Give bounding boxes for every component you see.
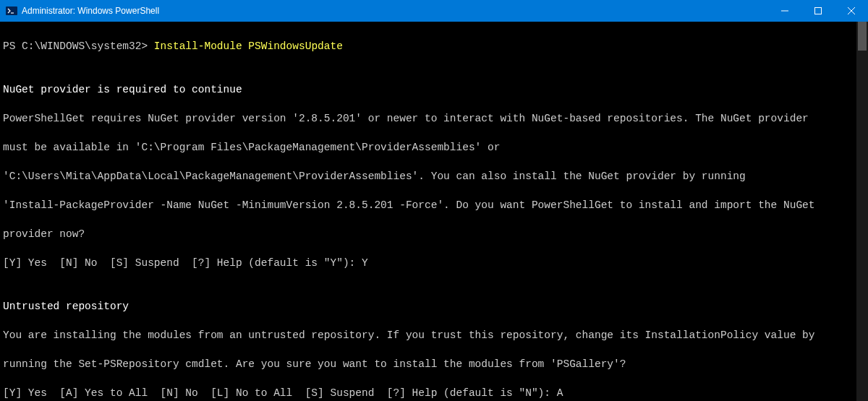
- output-line: PowerShellGet requires NuGet provider ve…: [3, 111, 865, 126]
- nuget-header: NuGet provider is required to continue: [3, 82, 865, 97]
- scrollbar-thumb[interactable]: [858, 22, 867, 51]
- powershell-icon: [6, 5, 17, 17]
- maximize-icon: [814, 7, 822, 14]
- close-button[interactable]: [835, 0, 868, 22]
- output-line: 'Install-PackageProvider -Name NuGet -Mi…: [3, 198, 865, 212]
- output-line: You are installing the modules from an u…: [3, 328, 865, 342]
- output-line: must be available in 'C:\Program Files\P…: [3, 140, 865, 155]
- window-title: Administrator: Windows PowerShell: [22, 6, 159, 16]
- minimize-button[interactable]: [768, 0, 801, 22]
- command: Install-Module PSWindowsUpdate: [154, 40, 343, 52]
- output-line: running the Set-PSRepository cmdlet. Are…: [3, 357, 865, 371]
- svg-rect-0: [6, 7, 17, 15]
- terminal-content[interactable]: PS C:\WINDOWS\system32> Install-Module P…: [0, 22, 868, 401]
- prompt-choices: [Y] Yes [N] No [S] Suspend [?] Help (def…: [3, 256, 865, 270]
- close-icon: [848, 7, 855, 14]
- minimize-icon: [781, 7, 788, 14]
- untrusted-header: Untrusted repository: [3, 299, 865, 314]
- output-line: provider now?: [3, 227, 865, 241]
- powershell-window: Administrator: Windows PowerShell PS C:\…: [0, 0, 868, 401]
- maximize-button[interactable]: [801, 0, 835, 22]
- window-controls: [768, 0, 868, 22]
- titlebar[interactable]: Administrator: Windows PowerShell: [0, 0, 868, 22]
- scrollbar[interactable]: [856, 22, 868, 401]
- prompt: PS C:\WINDOWS\system32>: [3, 40, 154, 52]
- prompt-choices: [Y] Yes [A] Yes to All [N] No [L] No to …: [3, 386, 865, 400]
- svg-rect-1: [815, 8, 822, 14]
- output-line: 'C:\Users\Mita\AppData\Local\PackageMana…: [3, 169, 865, 184]
